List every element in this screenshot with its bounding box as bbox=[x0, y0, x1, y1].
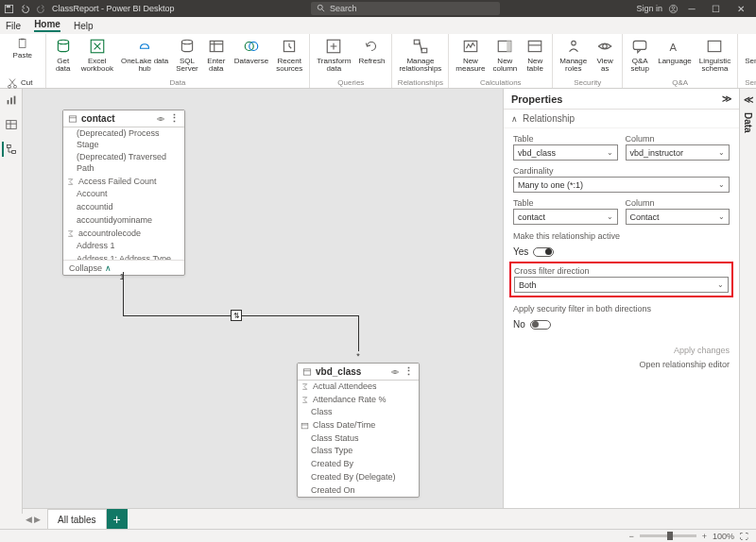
new-column-button[interactable]: New column bbox=[490, 36, 520, 77]
expand-icon[interactable]: ≪ bbox=[744, 94, 753, 105]
menu-home[interactable]: Home bbox=[34, 19, 60, 32]
relationship-line[interactable] bbox=[123, 315, 236, 316]
new-table-button[interactable]: New table bbox=[522, 36, 548, 77]
transform-icon bbox=[325, 38, 342, 55]
field-row[interactable]: accountidyominame bbox=[63, 214, 184, 228]
field-row[interactable]: Created By (Delegate) bbox=[298, 471, 419, 484]
field-row[interactable]: Access Failed Count bbox=[63, 176, 184, 189]
save-icon[interactable] bbox=[4, 4, 14, 14]
zoom-slider[interactable] bbox=[640, 534, 696, 537]
user-icon[interactable] bbox=[668, 4, 679, 14]
field-row[interactable]: Class Status bbox=[298, 432, 419, 446]
model-view-icon[interactable] bbox=[2, 142, 17, 157]
maximize-button[interactable]: ☐ bbox=[705, 0, 728, 17]
open-editor-link[interactable]: Open relationship editor bbox=[513, 360, 730, 369]
fit-page-icon[interactable]: ⛶ bbox=[740, 532, 748, 541]
apply-changes-link[interactable]: Apply changes bbox=[513, 346, 730, 355]
table-header[interactable]: contact ⋮ bbox=[63, 110, 184, 127]
field-row[interactable]: (Deprecated) Traversed Path bbox=[63, 151, 184, 175]
sensitivity-button[interactable]: Sensitivity bbox=[742, 36, 756, 77]
field-row[interactable]: Class Type bbox=[298, 445, 419, 458]
report-view-icon[interactable] bbox=[4, 93, 19, 108]
add-tab-button[interactable]: + bbox=[107, 509, 128, 529]
svg-point-49 bbox=[394, 370, 397, 373]
enter-data-icon bbox=[208, 38, 225, 55]
section-relationship[interactable]: ∧ Relationship bbox=[504, 110, 739, 128]
refresh-button[interactable]: Refresh bbox=[355, 36, 387, 77]
zoom-out-icon[interactable]: − bbox=[628, 532, 633, 541]
field-row[interactable]: accountid bbox=[63, 201, 184, 214]
get-data-button[interactable]: Get data bbox=[50, 36, 77, 77]
field-row[interactable]: Account bbox=[63, 188, 184, 201]
table-header[interactable]: vbd_class ⋮ bbox=[298, 364, 419, 381]
field-row[interactable]: accountrolecode bbox=[63, 228, 184, 241]
select-column-2[interactable]: Contact⌄ bbox=[626, 209, 730, 225]
linguistic-button[interactable]: Linguistic schema bbox=[696, 36, 733, 77]
svg-point-5 bbox=[672, 6, 675, 8]
onelake-button[interactable]: OneLake data hub bbox=[118, 36, 171, 77]
group-sensitivity: Sensitivity bbox=[742, 77, 756, 88]
cardinality-many: * bbox=[353, 351, 363, 361]
toggle-make-active[interactable]: Yes bbox=[513, 246, 730, 257]
enter-data-button[interactable]: Enter data bbox=[203, 36, 230, 77]
field-row[interactable]: Address 1: Address Type bbox=[63, 253, 184, 260]
manage-roles-button[interactable]: Manage roles bbox=[557, 36, 590, 77]
relationship-filter-icon[interactable]: ⇅ bbox=[231, 310, 242, 321]
minimize-button[interactable]: ─ bbox=[680, 0, 703, 17]
field-row[interactable]: Address 1 bbox=[63, 240, 184, 253]
model-canvas[interactable]: contact ⋮ (Deprecated) Process Stage (De… bbox=[23, 89, 503, 514]
collapse-icon[interactable]: ≫ bbox=[722, 93, 731, 104]
select-table-1[interactable]: vbd_class⌄ bbox=[513, 144, 618, 161]
qa-setup-button[interactable]: Q&A setup bbox=[627, 36, 653, 77]
tab-scroll-left[interactable]: ◀ bbox=[26, 515, 32, 524]
select-table-2[interactable]: contact⌄ bbox=[513, 209, 618, 225]
field-row[interactable]: Class Date/Time bbox=[298, 419, 419, 432]
new-measure-button[interactable]: New measure bbox=[453, 36, 488, 77]
dataverse-icon bbox=[243, 38, 260, 55]
signin-link[interactable]: Sign in bbox=[636, 4, 662, 13]
close-button[interactable]: ✕ bbox=[730, 0, 752, 17]
zoom-in-icon[interactable]: + bbox=[702, 532, 707, 541]
menu-help[interactable]: Help bbox=[74, 21, 94, 31]
redo-icon[interactable] bbox=[36, 4, 46, 14]
paste-button[interactable]: Paste bbox=[4, 36, 42, 76]
menu-file[interactable]: File bbox=[6, 21, 21, 31]
select-column-1[interactable]: vbd_instructor⌄ bbox=[626, 144, 730, 161]
more-icon[interactable]: ⋮ bbox=[169, 112, 180, 125]
field-row[interactable]: Created On bbox=[298, 484, 419, 498]
field-row[interactable]: (Deprecated) Process Stage bbox=[63, 127, 184, 151]
field-row[interactable]: Attendance Rate % bbox=[298, 394, 419, 407]
table-card-contact[interactable]: contact ⋮ (Deprecated) Process Stage (De… bbox=[62, 110, 185, 276]
table-card-vbd-class[interactable]: vbd_class ⋮ Actual Attendees Attendance … bbox=[297, 363, 420, 498]
field-row[interactable]: Class bbox=[298, 406, 419, 419]
dataverse-button[interactable]: Dataverse bbox=[232, 36, 271, 77]
label-table: Table bbox=[513, 198, 618, 208]
field-row[interactable]: Created By bbox=[298, 458, 419, 471]
transform-button[interactable]: Transform data bbox=[314, 36, 353, 77]
refresh-icon bbox=[363, 38, 380, 55]
visibility-icon[interactable] bbox=[390, 367, 400, 377]
excel-button[interactable]: Excel workbook bbox=[78, 36, 116, 77]
recent-sources-button[interactable]: Recent sources bbox=[273, 36, 305, 77]
sql-button[interactable]: SQL Server bbox=[173, 36, 201, 77]
more-icon[interactable]: ⋮ bbox=[404, 365, 414, 378]
relationship-line[interactable] bbox=[123, 272, 124, 315]
view-as-button[interactable]: View as bbox=[592, 36, 618, 77]
relationship-line[interactable] bbox=[242, 315, 358, 316]
relationship-line[interactable] bbox=[358, 315, 359, 351]
visibility-icon[interactable] bbox=[156, 114, 165, 124]
select-cardinality[interactable]: Many to one (*:1)⌄ bbox=[513, 177, 730, 193]
data-pane-tab[interactable]: Data bbox=[743, 112, 753, 133]
toggle-apply-security[interactable]: No bbox=[513, 319, 730, 330]
search-box[interactable]: Search bbox=[311, 2, 500, 15]
select-cross-filter[interactable]: Both⌄ bbox=[514, 277, 729, 293]
group-data: Data bbox=[50, 77, 306, 88]
manage-relationships-button[interactable]: Manage relationships bbox=[396, 36, 444, 77]
language-button[interactable]: ALanguage bbox=[655, 36, 695, 77]
sql-icon bbox=[179, 38, 196, 55]
field-row[interactable]: Actual Attendees bbox=[298, 381, 419, 394]
tab-scroll-right[interactable]: ▶ bbox=[34, 515, 41, 524]
tab-all-tables[interactable]: All tables bbox=[47, 509, 107, 529]
undo-icon[interactable] bbox=[20, 4, 30, 14]
table-view-icon[interactable] bbox=[4, 117, 19, 132]
